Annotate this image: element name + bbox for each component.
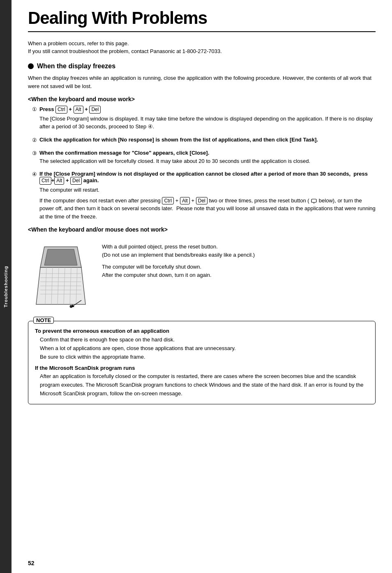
page-title: Dealing With Problems xyxy=(28,8,376,28)
del-key-4b: Del xyxy=(196,197,208,205)
display-freezes-title: When the display freezes xyxy=(37,63,115,70)
reset-image xyxy=(28,239,94,313)
reset-button-icon xyxy=(311,198,317,204)
step-1-title: Press Ctrl + Alt + Del xyxy=(39,106,376,114)
del-key-4: Del xyxy=(70,177,82,185)
step-1-num: ① xyxy=(32,106,37,112)
reset-section: With a dull pointed object, press the re… xyxy=(28,239,376,313)
sidebar-label: Troubleshooting xyxy=(3,266,8,307)
note-box: NOTE To prevent the erroneous execution … xyxy=(28,321,376,404)
note-item-2: When a lot of applications are open, clo… xyxy=(40,344,369,353)
main-content: Dealing With Problems When a problem occ… xyxy=(12,0,392,573)
step-1-press-label: Press xyxy=(39,106,55,112)
keyboard-mouse-not-work-title: <When the keyboard and/or mouse does not… xyxy=(28,226,376,233)
ctrl-key: Ctrl xyxy=(55,106,67,114)
step-4-num: ④ xyxy=(32,171,37,177)
note-item-3: Be sure to click within the appropriate … xyxy=(40,353,369,362)
step-4: ④ If the [Close Program] window is not d… xyxy=(32,171,376,220)
note-section2-title: If the Microsoft ScanDisk program runs xyxy=(35,364,369,373)
page-number: 52 xyxy=(28,560,35,566)
step-1-desc: The [Close Program] window is displayed.… xyxy=(39,115,376,131)
intro-line1: When a problem occurs, refer to this pag… xyxy=(28,40,376,46)
reset-caption-line4: After the computer shut down, turn it on… xyxy=(102,271,255,279)
note-label: NOTE xyxy=(33,317,54,324)
computer-illustration xyxy=(28,239,94,313)
reset-caption: With a dull pointed object, press the re… xyxy=(102,243,255,279)
note-section1-title: To prevent the erroneous execution of an… xyxy=(35,327,369,336)
step-2: ② Click the application for which [No re… xyxy=(32,137,376,144)
reset-caption-line1: With a dull pointed object, press the re… xyxy=(102,243,255,251)
step-2-title: Click the application for which [No resp… xyxy=(39,137,376,143)
step-2-num: ② xyxy=(32,137,37,143)
alt-key-4b: Alt xyxy=(180,197,190,205)
reset-caption-line3: The computer will be forcefully shut dow… xyxy=(102,263,255,271)
step-3: ③ When the confirmation message for "Clo… xyxy=(32,150,376,165)
display-freezes-section-header: When the display freezes xyxy=(28,63,376,70)
svg-point-17 xyxy=(70,305,72,308)
display-freezes-body: When the display freezes while an applic… xyxy=(28,74,376,90)
svg-rect-0 xyxy=(311,199,316,202)
del-key: Del xyxy=(89,106,101,114)
ctrl-key-4: Ctrl xyxy=(39,177,51,185)
reset-caption-line2: (Do not use an implement that bends/brea… xyxy=(102,251,255,259)
alt-key-4: Alt xyxy=(54,177,64,185)
step-4-title: If the [Close Program] window is not dis… xyxy=(39,171,376,185)
step-1: ① Press Ctrl + Alt + Del The [Close Prog… xyxy=(32,106,376,131)
sidebar: Troubleshooting xyxy=(0,0,12,573)
step-3-desc: The selected application will be forcefu… xyxy=(39,157,376,165)
step-3-num: ③ xyxy=(32,150,37,156)
title-divider xyxy=(28,31,376,32)
step-4-desc2: If the computer does not restart even af… xyxy=(39,197,376,221)
ctrl-key-4b: Ctrl xyxy=(162,197,174,205)
bullet-icon xyxy=(28,63,34,69)
svg-marker-4 xyxy=(44,249,77,265)
note-item-1: Confirm that there is enough free space … xyxy=(40,336,369,344)
step-3-title: When the confirmation message for "Close… xyxy=(39,150,376,156)
note-section2-body: After an application is forcefully close… xyxy=(40,372,369,398)
alt-key: Alt xyxy=(74,106,83,114)
step-4-desc1: The computer will restart. xyxy=(39,186,376,194)
note-content: To prevent the erroneous execution of an… xyxy=(35,327,369,398)
intro-line2: If you still cannot troubleshoot the pro… xyxy=(28,48,376,54)
keyboard-mouse-work-title: <When the keyboard and mouse work> xyxy=(28,96,376,102)
